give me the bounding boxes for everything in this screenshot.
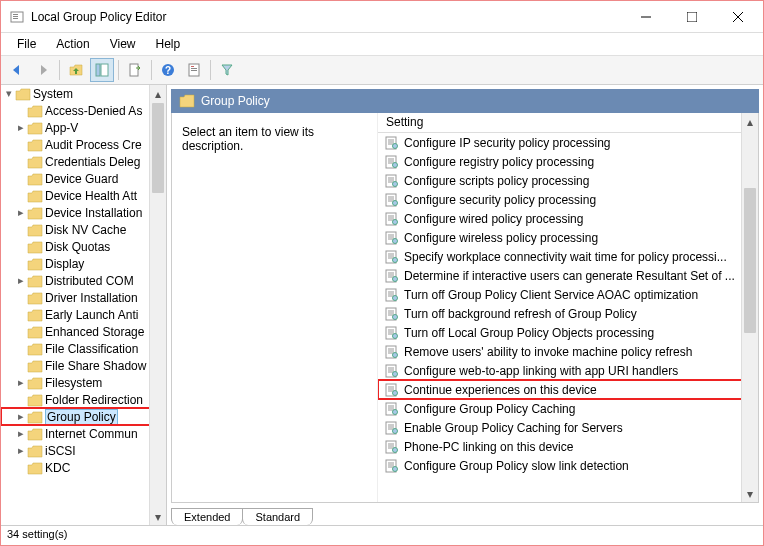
toolbar: ? <box>1 55 763 85</box>
svg-point-36 <box>393 200 398 205</box>
list-item[interactable]: Configure wired policy processing <box>378 209 758 228</box>
svg-point-61 <box>393 295 398 300</box>
list-item[interactable]: Turn off Local Group Policy Objects proc… <box>378 323 758 342</box>
list-pane: Setting Configure IP security policy pro… <box>378 113 758 502</box>
svg-rect-1 <box>13 14 18 15</box>
tree-item[interactable]: Disk NV Cache <box>1 221 166 238</box>
right-header-title: Group Policy <box>201 94 270 108</box>
tree-item[interactable]: Disk Quotas <box>1 238 166 255</box>
app-icon <box>9 9 25 25</box>
list-item[interactable]: Configure Group Policy slow link detecti… <box>378 456 758 475</box>
list-item[interactable]: Determine if interactive users can gener… <box>378 266 758 285</box>
tree-item[interactable]: ▸Filesystem <box>1 374 166 391</box>
export-button[interactable] <box>123 58 147 82</box>
right-pane: Group Policy Select an item to view its … <box>167 85 763 525</box>
menu-file[interactable]: File <box>9 35 44 53</box>
scroll-up-icon[interactable]: ▴ <box>150 85 166 102</box>
up-level-button[interactable] <box>64 58 88 82</box>
svg-point-66 <box>393 314 398 319</box>
svg-point-96 <box>393 428 398 433</box>
maximize-button[interactable] <box>669 2 715 32</box>
tab-extended[interactable]: Extended <box>171 508 243 525</box>
tree-item[interactable]: Credentials Deleg <box>1 153 166 170</box>
tree-item[interactable]: File Share Shadow <box>1 357 166 374</box>
svg-rect-16 <box>191 70 197 71</box>
list-item[interactable]: Configure Group Policy Caching <box>378 399 758 418</box>
svg-rect-9 <box>101 64 108 76</box>
svg-rect-14 <box>191 66 194 67</box>
close-button[interactable] <box>715 2 761 32</box>
list-item[interactable]: Specify workplace connectivity wait time… <box>378 247 758 266</box>
tree-item[interactable]: Audit Process Cre <box>1 136 166 153</box>
forward-button[interactable] <box>31 58 55 82</box>
svg-rect-3 <box>13 18 18 19</box>
menu-action[interactable]: Action <box>48 35 97 53</box>
tree-item[interactable]: Enhanced Storage <box>1 323 166 340</box>
menu-bar: File Action View Help <box>1 33 763 55</box>
main-area: ▾SystemAccess-Denied As▸App-VAudit Proce… <box>1 85 763 525</box>
scroll-up-icon[interactable]: ▴ <box>742 113 758 130</box>
show-tree-button[interactable] <box>90 58 114 82</box>
svg-point-106 <box>393 466 398 471</box>
window-title: Local Group Policy Editor <box>31 10 623 24</box>
list-item[interactable]: Enable Group Policy Caching for Servers <box>378 418 758 437</box>
list-item[interactable]: Turn off background refresh of Group Pol… <box>378 304 758 323</box>
properties-button[interactable] <box>182 58 206 82</box>
svg-point-26 <box>393 162 398 167</box>
svg-point-101 <box>393 447 398 452</box>
tree-item[interactable]: Access-Denied As <box>1 102 166 119</box>
list-item[interactable]: Configure scripts policy processing <box>378 171 758 190</box>
tree-scrollbar[interactable]: ▴ ▾ <box>149 85 166 525</box>
list-item[interactable]: Continue experiences on this device <box>378 380 758 399</box>
scrollbar-thumb[interactable] <box>744 188 756 333</box>
tree-item[interactable]: ▸Device Installation <box>1 204 166 221</box>
svg-point-51 <box>393 257 398 262</box>
svg-point-41 <box>393 219 398 224</box>
list-column-header[interactable]: Setting <box>378 113 758 133</box>
list-item[interactable]: Remove users' ability to invoke machine … <box>378 342 758 361</box>
right-body: Select an item to view its description. … <box>171 113 759 503</box>
tree-item[interactable]: Driver Installation <box>1 289 166 306</box>
svg-point-31 <box>393 181 398 186</box>
tree-item[interactable]: ▸iSCSI <box>1 442 166 459</box>
tree-item[interactable]: Display <box>1 255 166 272</box>
toolbar-separator <box>151 60 152 80</box>
toolbar-separator <box>118 60 119 80</box>
list-item[interactable]: Phone-PC linking on this device <box>378 437 758 456</box>
scroll-down-icon[interactable]: ▾ <box>150 508 166 525</box>
tree-root[interactable]: ▾System <box>1 85 166 102</box>
back-button[interactable] <box>5 58 29 82</box>
menu-view[interactable]: View <box>102 35 144 53</box>
toolbar-separator <box>59 60 60 80</box>
title-bar: Local Group Policy Editor <box>1 1 763 33</box>
tree-item[interactable]: Device Guard <box>1 170 166 187</box>
svg-rect-15 <box>191 68 197 69</box>
svg-point-46 <box>393 238 398 243</box>
tree-item[interactable]: KDC <box>1 459 166 476</box>
list-item[interactable]: Configure security policy processing <box>378 190 758 209</box>
tree-item[interactable]: File Classification <box>1 340 166 357</box>
list-item[interactable]: Turn off Group Policy Client Service AOA… <box>378 285 758 304</box>
tree-item[interactable]: Folder Redirection <box>1 391 166 408</box>
scroll-down-icon[interactable]: ▾ <box>742 485 758 502</box>
list-item[interactable]: Configure IP security policy processing <box>378 133 758 152</box>
tab-standard[interactable]: Standard <box>242 508 313 525</box>
tree-item[interactable]: ▸Distributed COM <box>1 272 166 289</box>
svg-point-71 <box>393 333 398 338</box>
svg-point-91 <box>393 409 398 414</box>
scrollbar-thumb[interactable] <box>152 103 164 193</box>
description-text: Select an item to view its description. <box>182 125 367 153</box>
list-item[interactable]: Configure registry policy processing <box>378 152 758 171</box>
list-item[interactable]: Configure web-to-app linking with app UR… <box>378 361 758 380</box>
list-scrollbar[interactable]: ▴ ▾ <box>741 113 758 502</box>
tree-item[interactable]: ▸Internet Commun <box>1 425 166 442</box>
tree-item[interactable]: ▸Group Policy <box>1 408 166 425</box>
list-item[interactable]: Configure wireless policy processing <box>378 228 758 247</box>
toolbar-separator <box>210 60 211 80</box>
filter-button[interactable] <box>215 58 239 82</box>
tree-item[interactable]: Early Launch Anti <box>1 306 166 323</box>
minimize-button[interactable] <box>623 2 669 32</box>
tree-item[interactable]: ▸App-V <box>1 119 166 136</box>
tree-item[interactable]: Device Health Att <box>1 187 166 204</box>
svg-rect-8 <box>96 64 100 76</box>
